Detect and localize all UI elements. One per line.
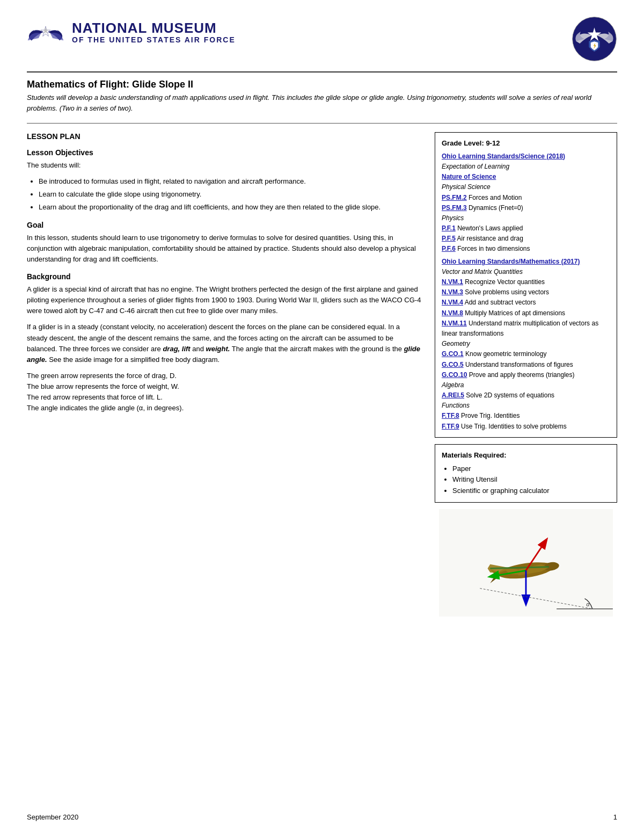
bg-p3-line3: The red arrow represents that force of l…	[27, 392, 422, 403]
physical-science-label: Physical Science	[442, 182, 610, 192]
emblem-icon	[572, 16, 617, 62]
pf5-link[interactable]: P.F.5	[442, 235, 456, 242]
ftf9-line: F.TF.9 Use Trig. Identities to solve pro…	[442, 422, 610, 432]
gco5-link[interactable]: G.CO.5	[442, 361, 464, 368]
arei5-text: Solve 2D systems of equations	[466, 391, 554, 399]
nvm3-line: N.VM.3 Solve problems using vectors	[442, 287, 610, 298]
list-item: Learn to calculate the glide slope using…	[39, 189, 422, 200]
nvm1-link[interactable]: N.VM.1	[442, 278, 463, 286]
ps-fm3-text: Dynamics (Fnet=0)	[469, 204, 523, 212]
materials-box: Materials Required: Paper Writing Utensi…	[435, 444, 617, 503]
ohio-science-link[interactable]: Ohio Learning Standards/Science (2018)	[442, 153, 565, 160]
header-divider	[27, 71, 617, 72]
bg-p3-line4: The angle indicates the glide angle (α, …	[27, 403, 422, 414]
pf5-text: Air resistance and drag	[457, 235, 523, 242]
nvm8-line: N.VM.8 Multiply Matrices of apt dimensio…	[442, 308, 610, 318]
nature-of-science-link[interactable]: Nature of Science	[442, 173, 496, 180]
objectives-intro: The students will:	[27, 160, 422, 171]
gco1-text: Know geometric terminology	[465, 350, 546, 358]
nvm8-text: Multiply Matrices of apt dimensions	[465, 309, 565, 317]
gco1-line: G.CO.1 Know geometric terminology	[442, 349, 610, 359]
background-p1: A glider is a special kind of aircraft t…	[27, 284, 422, 316]
page-subtitle: Students will develop a basic understand…	[27, 92, 617, 113]
grade-label: Grade Level:	[442, 139, 484, 147]
page-header: NATIONAL MUSEUM OF THE UNITED STATES AIR…	[27, 16, 617, 62]
gco10-line: G.CO.10 Prove and apply theorems (triang…	[442, 370, 610, 380]
bg-end: See the aside image for a simplified fre…	[47, 356, 220, 364]
nvm3-link[interactable]: N.VM.3	[442, 288, 463, 296]
pf1-text: Newton's Laws applied	[457, 224, 523, 232]
nvm11-line: N.VM.11 Understand matrix multiplication…	[442, 318, 610, 339]
goal-text: In this lesson, students should learn to…	[27, 233, 422, 265]
bg-p3-line1: The green arrow represents the force of …	[27, 371, 422, 381]
nvm1-text: Recognize Vector quantities	[465, 278, 545, 286]
vector-label: Vector and Matrix Quantities	[442, 267, 610, 277]
page-footer: September 2020 1	[27, 813, 617, 821]
ps-fm2-link[interactable]: PS.FM.2	[442, 194, 467, 201]
ohio-math-link[interactable]: Ohio Learning Standards/Mathematics (201…	[442, 257, 610, 267]
nvm4-line: N.VM.4 Add and subtract vectors	[442, 298, 610, 308]
plane-diagram-icon: α	[435, 509, 617, 617]
logo-wings-icon	[27, 16, 64, 48]
pf6-line: P.F.6 Forces in two dimensions	[442, 244, 610, 254]
nvm4-link[interactable]: N.VM.4	[442, 299, 463, 306]
ftf8-line: F.TF.8 Prove Trig. Identities	[442, 411, 610, 421]
page-title: Mathematics of Flight: Glide Slope II	[27, 79, 617, 90]
grade-value: 9-12	[486, 139, 500, 147]
bg-bold2: weight.	[206, 345, 230, 353]
right-column: Grade Level: 9-12 Ohio Learning Standard…	[435, 132, 617, 617]
algebra-label: Algebra	[442, 380, 610, 390]
footer-page-number: 1	[613, 813, 617, 821]
ps-fm3-line: PS.FM.3 Dynamics (Fnet=0)	[442, 203, 610, 213]
ps-fm2-text: Forces and Motion	[469, 194, 522, 201]
plane-image-area: α	[435, 509, 617, 617]
list-item: Scientific or graphing calculator	[452, 485, 610, 497]
ps-fm3-link[interactable]: PS.FM.3	[442, 204, 467, 212]
bg-p3-line2: The blue arrow represents the force of w…	[27, 381, 422, 392]
grade-line: Grade Level: 9-12	[442, 138, 610, 149]
list-item: Writing Utensil	[452, 474, 610, 485]
list-item: Paper	[452, 463, 610, 475]
footer-date: September 2020	[27, 813, 78, 821]
pf6-text: Forces in two dimensions	[457, 245, 530, 252]
geometry-label: Geometry	[442, 339, 610, 349]
gco5-line: G.CO.5 Understand transformations of fig…	[442, 360, 610, 370]
nvm1-line: N.VM.1 Recognize Vector quantities	[442, 277, 610, 287]
pf1-line: P.F.1 Newton's Laws applied	[442, 223, 610, 234]
objectives-list: Be introduced to formulas used in flight…	[39, 176, 422, 213]
physics-label: Physics	[442, 213, 610, 223]
ftf9-link[interactable]: F.TF.9	[442, 423, 459, 430]
header-title-block: NATIONAL MUSEUM OF THE UNITED STATES AIR…	[72, 20, 236, 45]
pf1-link[interactable]: P.F.1	[442, 224, 456, 232]
list-item: Learn about the proportionality of the d…	[39, 202, 422, 213]
ftf8-link[interactable]: F.TF.8	[442, 412, 459, 419]
nvm3-text: Solve problems using vectors	[465, 288, 549, 296]
gco1-link[interactable]: G.CO.1	[442, 350, 464, 358]
pf5-line: P.F.5 Air resistance and drag	[442, 234, 610, 244]
materials-heading: Materials Required:	[442, 450, 610, 461]
section-divider	[27, 123, 617, 124]
org-name-line1: NATIONAL MUSEUM	[72, 20, 236, 36]
gco10-link[interactable]: G.CO.10	[442, 371, 467, 379]
objectives-heading: Lesson Objectives	[27, 148, 422, 157]
nvm11-link[interactable]: N.VM.11	[442, 320, 467, 327]
header-left: NATIONAL MUSEUM OF THE UNITED STATES AIR…	[27, 16, 236, 48]
arei5-link[interactable]: A.REI.5	[442, 391, 464, 399]
standards-box: Grade Level: 9-12 Ohio Learning Standard…	[435, 132, 617, 438]
ps-fm2-line: PS.FM.2 Forces and Motion	[442, 193, 610, 203]
nvm4-text: Add and subtract vectors	[465, 299, 536, 306]
ftf8-text: Prove Trig. Identities	[461, 412, 519, 419]
nvm8-link[interactable]: N.VM.8	[442, 309, 463, 317]
ftf9-text: Use Trig. Identities to solve problems	[461, 423, 567, 430]
left-column: LESSON PLAN Lesson Objectives The studen…	[27, 132, 422, 419]
pf6-link[interactable]: P.F.6	[442, 245, 456, 252]
list-item: Be introduced to formulas used in flight…	[39, 176, 422, 187]
functions-label: Functions	[442, 401, 610, 411]
background-p3: The green arrow represents the force of …	[27, 371, 422, 414]
svg-text:α: α	[586, 601, 590, 607]
background-p2: If a glider is in a steady (constant vel…	[27, 322, 422, 365]
materials-list: Paper Writing Utensil Scientific or grap…	[452, 463, 610, 497]
bg-bold1: drag, lift	[163, 345, 190, 353]
goal-heading: Goal	[27, 221, 422, 229]
gco10-text: Prove and apply theorems (triangles)	[469, 371, 575, 379]
